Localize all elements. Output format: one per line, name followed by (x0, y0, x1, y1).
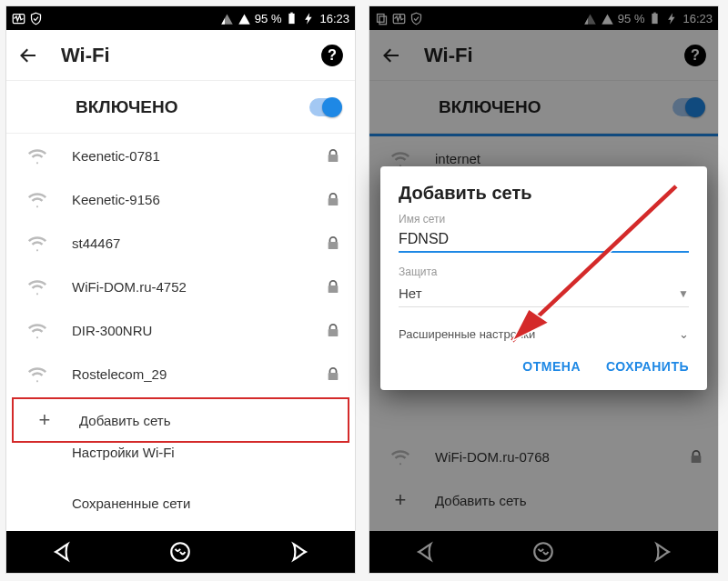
cancel-button[interactable]: ОТМЕНА (522, 359, 581, 374)
dialog-buttons: ОТМЕНА СОХРАНИТЬ (399, 354, 689, 381)
nav-home-icon[interactable] (168, 540, 192, 564)
svg-rect-10 (652, 13, 658, 23)
chevron-down-icon: ▼ (678, 287, 689, 300)
lock-icon (326, 279, 340, 294)
phone-left: 95 % 16:23 Wi-Fi ? ВКЛЮЧЕНО Keenetic-078… (5, 5, 356, 574)
add-network-row[interactable]: + Добавить сеть (369, 478, 718, 522)
network-name: Keenetic-0781 (72, 148, 326, 164)
wifi-toggle-row: ВКЛЮЧЕНО (369, 81, 718, 134)
clock: 16:23 (682, 12, 713, 25)
svg-text:?: ? (691, 46, 700, 63)
shield-icon (29, 12, 43, 25)
wifi-settings-row[interactable]: Настройки Wi-Fi (6, 445, 355, 496)
network-row[interactable]: Rostelecom_29 (6, 352, 355, 396)
page-title: Wi-Fi (424, 44, 662, 67)
network-name: internet (435, 151, 703, 166)
back-icon[interactable] (17, 45, 39, 66)
page-title: Wi-Fi (61, 44, 298, 67)
signal-icon-2 (601, 12, 614, 25)
network-name: WiFi-DOM.ru-4752 (72, 279, 326, 295)
wifi-switch[interactable] (672, 98, 703, 116)
svg-rect-7 (378, 14, 385, 22)
bolt-icon (302, 12, 316, 25)
activity-icon (12, 12, 25, 25)
security-select[interactable]: Нет ▼ (399, 280, 689, 307)
svg-rect-8 (379, 16, 387, 25)
help-icon[interactable]: ? (320, 44, 344, 67)
nav-bar (6, 531, 355, 573)
add-network-row[interactable]: + Добавить сеть (12, 397, 349, 443)
appbar: Wi-Fi ? (6, 30, 355, 81)
wifi-icon (21, 189, 54, 209)
advanced-settings-expander[interactable]: Расширенные настройки ⌄ (399, 320, 689, 354)
dialog-title: Добавить сеть (399, 183, 689, 204)
nav-back-icon[interactable] (416, 540, 440, 564)
save-button[interactable]: СОХРАНИТЬ (606, 359, 689, 374)
signal-icon-1 (220, 12, 234, 25)
battery-icon (285, 12, 298, 25)
nav-recent-icon[interactable] (285, 540, 308, 564)
network-row[interactable]: Keenetic-0781 (6, 134, 355, 177)
network-row[interactable]: WiFi-DOM.ru-0768 (369, 435, 718, 478)
add-network-dialog: Добавить сеть Имя сети Защита Нет ▼ Расш… (380, 166, 707, 390)
nav-back-icon[interactable] (53, 540, 76, 564)
lock-icon (326, 235, 340, 250)
wifi-icon (384, 446, 417, 466)
wifi-icon (21, 276, 54, 296)
nav-bar (369, 531, 718, 573)
signal-icon-2 (238, 12, 251, 25)
signal-icon-1 (583, 12, 597, 25)
svg-text:?: ? (328, 46, 337, 63)
battery-icon (648, 12, 662, 25)
network-row[interactable]: Keenetic-9156 (6, 177, 355, 221)
network-name: Rostelecom_29 (72, 366, 326, 382)
lock-icon (326, 323, 340, 337)
wifi-icon (21, 145, 54, 165)
wifi-icon (21, 233, 54, 253)
lock-icon (326, 192, 340, 206)
advanced-label: Расширенные настройки (399, 327, 679, 341)
wifi-switch[interactable] (309, 98, 340, 116)
svg-rect-3 (291, 12, 294, 13)
clock: 16:23 (319, 12, 349, 25)
saved-networks-row[interactable]: Сохраненные сети 1 сеть (6, 496, 355, 531)
network-row[interactable]: st44467 (6, 221, 355, 265)
wifi-icon (384, 148, 417, 168)
svg-rect-11 (654, 12, 657, 13)
security-field-label: Защита (399, 265, 689, 278)
network-row[interactable]: WiFi-DOM.ru-4752 (6, 265, 355, 308)
network-list: Keenetic-0781 Keenetic-9156 st44467 WiFi… (6, 134, 355, 531)
network-name: DIR-300NRU (72, 323, 326, 338)
battery-percent: 95 % (255, 12, 282, 25)
name-field-label: Имя сети (399, 213, 689, 225)
nav-recent-icon[interactable] (648, 540, 672, 564)
shield-icon (410, 12, 423, 25)
network-name: WiFi-DOM.ru-0768 (435, 449, 689, 465)
network-name: st44467 (72, 235, 326, 251)
network-name: Keenetic-9156 (72, 192, 326, 207)
lock-icon (326, 366, 340, 381)
status-bar: 95 % 16:23 (6, 6, 355, 30)
bolt-icon (665, 12, 679, 25)
toggle-label: ВКЛЮЧЕНО (76, 97, 309, 117)
plus-icon: + (28, 408, 61, 432)
wifi-settings-label: Настройки Wi-Fi (72, 445, 175, 496)
nav-home-icon[interactable] (531, 540, 555, 564)
add-network-label: Добавить сеть (435, 493, 703, 508)
wifi-icon (21, 364, 54, 384)
help-icon[interactable]: ? (683, 44, 707, 67)
battery-percent: 95 % (618, 12, 645, 25)
appbar: Wi-Fi ? (369, 30, 718, 81)
plus-icon: + (384, 488, 417, 512)
saved-networks-label: Сохраненные сети (72, 496, 190, 531)
network-row[interactable]: DIR-300NRU (6, 308, 355, 352)
chevron-down-icon: ⌄ (679, 327, 689, 341)
lock-icon (326, 148, 340, 163)
status-bar: 95 % 16:23 (369, 6, 718, 30)
back-icon[interactable] (380, 45, 402, 66)
security-value: Нет (399, 285, 678, 301)
copy-icon (375, 12, 389, 25)
phone-right: 95 % 16:23 Wi-Fi ? ВКЛЮЧЕНО internet WiF… (369, 5, 719, 574)
network-name-input[interactable] (399, 227, 689, 253)
add-network-label: Добавить сеть (79, 413, 333, 428)
